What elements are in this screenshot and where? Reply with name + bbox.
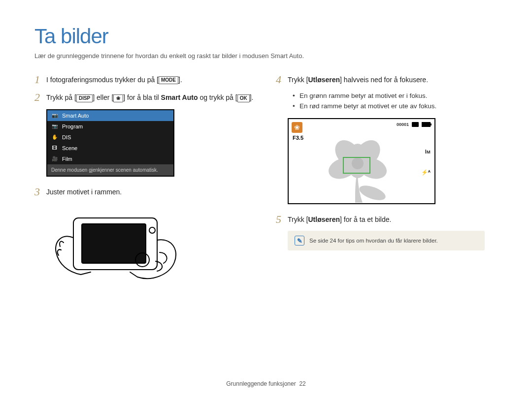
page-title: Ta bilder <box>34 25 498 48</box>
ok-button-label: OK <box>237 94 250 102</box>
text: ] for å ta et bilde. <box>340 216 391 223</box>
focus-bullet-list: En grønn ramme betyr at motivet er i fok… <box>293 91 498 111</box>
step-number: 1 <box>34 73 46 86</box>
text: Trykk på [ <box>46 93 76 101</box>
macro-icon: ❀ <box>292 122 302 133</box>
flash-auto-indicator: ⚡ᴬ <box>421 169 431 176</box>
text: Trykk [ <box>288 76 308 84</box>
mode-menu-item: 🎥Film <box>47 154 173 164</box>
mode-menu-item: 📷Program <box>47 121 173 132</box>
step-4: 4 Trykk [Utløseren] halvveis ned for å f… <box>276 73 498 86</box>
text: og trykk på [ <box>198 93 237 101</box>
step-number: 2 <box>34 91 46 104</box>
mode-item-label: Smart Auto <box>62 113 89 119</box>
mode-item-icon: 🎞 <box>51 145 58 151</box>
shot-counter: 00001 <box>397 122 409 127</box>
step-number: 5 <box>276 213 288 226</box>
macro-button-label: ❀ <box>113 94 123 102</box>
note-icon: ✎ <box>295 236 304 246</box>
step-3: 3 Juster motivet i rammen. <box>34 185 256 198</box>
mode-menu-item: 🎞Scene <box>47 143 173 154</box>
footer-section: Grunnleggende funksjoner <box>226 380 296 387</box>
right-column: 4 Trykk [Utløseren] halvveis ned for å f… <box>276 73 498 292</box>
footer-page-number: 22 <box>299 380 305 387</box>
step-text: Juster motivet i rammen. <box>46 185 122 197</box>
camera-in-hands-illustration <box>46 203 184 292</box>
sd-card-icon <box>412 122 419 127</box>
left-column: 1 I fotograferingsmodus trykker du på [M… <box>34 73 256 292</box>
text: ]. <box>178 76 182 84</box>
text: ]. <box>250 93 254 101</box>
mode-button-label: MODE <box>159 76 178 84</box>
page-subtitle: Lær de grunnleggende trinnene for hvorda… <box>34 52 498 60</box>
focus-rectangle <box>343 157 370 174</box>
content-columns: 1 I fotograferingsmodus trykker du på [M… <box>34 73 498 292</box>
resolution-indicator: Iм <box>425 149 431 154</box>
step-1: 1 I fotograferingsmodus trykker du på [M… <box>34 73 256 86</box>
step-2: 2 Trykk på [DISP] eller [❀] for å bla ti… <box>34 91 256 104</box>
mode-item-label: Film <box>62 156 72 162</box>
tip-text: Se side 24 for tips om hvordan du får kl… <box>309 238 438 244</box>
mode-item-label: DIS <box>62 134 71 140</box>
bullet-item: En rød ramme betyr at motivet er ute av … <box>293 101 498 111</box>
mode-item-icon: 📷 <box>51 113 58 119</box>
step-number: 3 <box>34 185 46 198</box>
step-text: Trykk på [DISP] eller [❀] for å bla til … <box>46 91 253 103</box>
step-number: 4 <box>276 73 288 86</box>
battery-icon <box>422 122 431 127</box>
aperture-value: F3.5 <box>293 135 303 141</box>
mode-menu-item: 📷Smart Auto <box>47 110 173 121</box>
text: Trykk [ <box>288 216 308 223</box>
mode-menu-screenshot: 📷Smart Auto📷Program✋DIS🎞Scene🎥Film Denne… <box>46 109 174 177</box>
text: ] eller [ <box>93 93 113 101</box>
mode-item-label: Program <box>62 123 83 129</box>
mode-menu-item: ✋DIS <box>47 132 173 143</box>
bullet-item: En grønn ramme betyr at motivet er i fok… <box>293 91 498 101</box>
mode-item-icon: 🎥 <box>51 156 58 162</box>
mode-item-icon: 📷 <box>51 123 58 129</box>
mode-item-label: Scene <box>62 145 77 151</box>
step-5: 5 Trykk [Utløseren] for å ta et bilde. <box>276 213 498 226</box>
tip-callout: ✎ Se side 24 for tips om hvordan du får … <box>288 231 485 250</box>
disp-button-label: DISP <box>76 94 93 102</box>
step-text: Trykk [Utløseren] halvveis ned for å fok… <box>288 73 428 85</box>
svg-point-10 <box>358 183 388 203</box>
svg-point-2 <box>149 227 155 233</box>
mode-item-icon: ✋ <box>51 134 58 140</box>
text: I fotograferingsmodus trykker du på [ <box>46 76 159 84</box>
shutter-label: Utløseren <box>308 76 340 84</box>
text: ] for å bla til <box>123 93 161 101</box>
status-bar: 00001 <box>397 122 431 127</box>
mode-description: Denne modusen gjenkjenner scenen automat… <box>47 164 173 176</box>
step-text: Trykk [Utløseren] for å ta et bilde. <box>288 213 391 225</box>
step-text: I fotograferingsmodus trykker du på [MOD… <box>46 73 182 85</box>
page-footer: Grunnleggende funksjoner 22 <box>0 380 532 387</box>
text: ] halvveis ned for å fokusere. <box>340 76 428 84</box>
smart-auto-label: Smart Auto <box>161 93 198 101</box>
camera-lcd-preview: ❀ F3.5 00001 Iм ⚡ᴬ <box>288 118 435 204</box>
shutter-label: Utløseren <box>308 216 340 223</box>
